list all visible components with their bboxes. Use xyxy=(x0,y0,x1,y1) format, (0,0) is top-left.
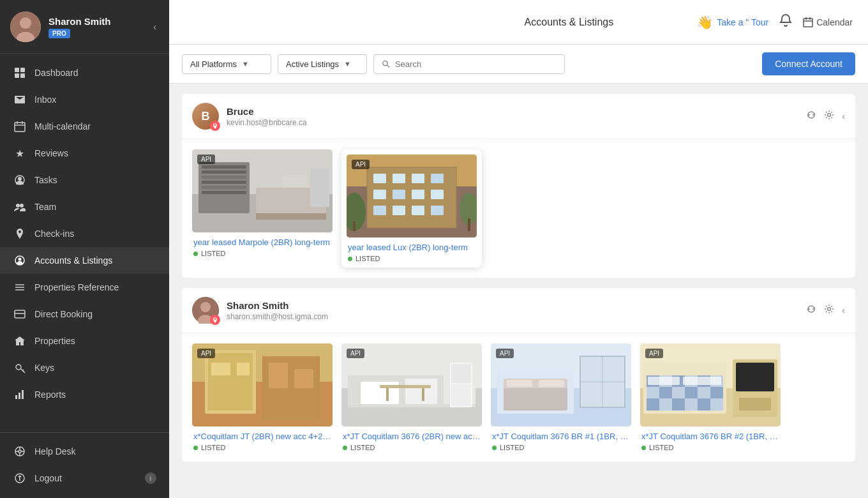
airbnb-badge-sharon xyxy=(210,315,220,325)
page-title: Accounts & Listings xyxy=(441,17,698,28)
svg-rect-69 xyxy=(431,206,444,215)
settings-button-sharon[interactable] xyxy=(824,304,834,317)
airbnb-badge-bruce xyxy=(210,121,220,131)
svg-rect-44 xyxy=(202,165,246,169)
svg-rect-129 xyxy=(672,398,685,411)
team-label: Team xyxy=(34,202,56,212)
calendar-label: Calendar xyxy=(816,17,853,27)
search-icon xyxy=(382,59,390,68)
sidebar-item-logout[interactable]: Logout i xyxy=(0,465,169,492)
search-input[interactable] xyxy=(395,59,557,69)
sidebar-collapse-button[interactable]: ‹ xyxy=(151,19,159,34)
listing-card-lux[interactable]: API xyxy=(341,149,482,268)
svg-rect-68 xyxy=(412,206,424,215)
multi-calendar-label: Multi-calendar xyxy=(34,121,91,132)
platform-chevron-icon: ▼ xyxy=(242,60,249,68)
listing-status-coq3: LISTED xyxy=(491,444,631,451)
sidebar-item-check-ins[interactable]: Check-ins xyxy=(0,220,169,247)
connect-account-button[interactable]: Connect Account xyxy=(762,52,855,75)
svg-rect-93 xyxy=(380,385,431,388)
sidebar-item-help-desk[interactable]: Help Desk xyxy=(0,438,169,465)
status-dot-coq2 xyxy=(343,446,347,450)
svg-rect-51 xyxy=(256,213,326,220)
svg-point-40 xyxy=(828,114,831,117)
calendar-button[interactable]: Calendar xyxy=(803,17,853,27)
sidebar-item-reports[interactable]: Reports xyxy=(0,381,169,408)
keys-label: Keys xyxy=(34,363,54,373)
listing-card-coq1[interactable]: API x*Coquitlam JT xyxy=(192,343,333,451)
listing-image-coq2: API xyxy=(341,343,482,426)
svg-rect-105 xyxy=(539,380,564,387)
status-text-coq2: LISTED xyxy=(350,444,375,451)
listing-title-lux: year leased Lux (2BR) long-term xyxy=(347,243,477,252)
platform-filter[interactable]: All Platforms ▼ xyxy=(182,54,271,74)
account-actions-sharon: ‹ xyxy=(806,304,845,317)
svg-rect-124 xyxy=(685,387,698,398)
sidebar-item-multi-calendar[interactable]: Multi-calendar xyxy=(0,113,169,140)
account-section-sharon: Sharon Smith sharon.smith@host.igma.com … xyxy=(182,288,855,462)
direct-booking-label: Direct Booking xyxy=(34,309,93,319)
api-badge-lux: API xyxy=(352,160,370,169)
svg-rect-49 xyxy=(202,191,246,194)
sidebar-item-keys[interactable]: Keys xyxy=(0,354,169,381)
api-badge-coq1: API xyxy=(197,349,215,358)
svg-rect-81 xyxy=(208,353,253,411)
svg-point-13 xyxy=(16,204,20,207)
listing-status-marpole: LISTED xyxy=(192,250,333,257)
search-box[interactable] xyxy=(373,54,565,74)
user-avatar xyxy=(10,11,41,42)
inbox-label: Inbox xyxy=(34,94,56,105)
sidebar-item-team[interactable]: Team xyxy=(0,193,169,220)
listing-status-coq4: LISTED xyxy=(640,444,781,451)
svg-rect-127 xyxy=(647,398,659,411)
settings-button-bruce[interactable] xyxy=(824,110,834,123)
refresh-button-sharon[interactable] xyxy=(806,304,816,317)
svg-rect-7 xyxy=(15,123,25,132)
listing-status-filter[interactable]: Active Listings ▼ xyxy=(278,54,367,74)
sidebar-item-properties[interactable]: Properties xyxy=(0,328,169,354)
sidebar-bottom: Help Desk Logout i xyxy=(0,432,169,492)
svg-rect-64 xyxy=(412,190,424,199)
account-email-sharon: sharon.smith@host.igma.com xyxy=(227,312,806,321)
calendar-icon xyxy=(13,119,27,133)
listing-card-marpole[interactable]: API xyxy=(192,149,333,268)
user-info: Sharon Smith PRO xyxy=(49,16,151,38)
account-info-bruce: Bruce kevin.host@bnbcare.ca xyxy=(227,106,806,127)
listing-card-coq2[interactable]: API xyxy=(341,343,482,451)
sidebar-item-inbox[interactable]: Inbox xyxy=(0,86,169,113)
svg-point-38 xyxy=(383,61,387,65)
api-badge-coq3: API xyxy=(496,349,514,358)
sidebar-nav: Dashboard Inbox Multi-calendar ★ Reviews… xyxy=(0,54,169,432)
svg-rect-60 xyxy=(412,174,424,183)
svg-rect-136 xyxy=(736,363,774,391)
avatar-image xyxy=(10,11,41,42)
reviews-label: Reviews xyxy=(34,148,68,158)
status-text-coq3: LISTED xyxy=(500,444,525,451)
reports-icon xyxy=(13,388,27,402)
svg-rect-83 xyxy=(237,363,250,375)
status-dot-coq4 xyxy=(641,446,646,450)
tour-button[interactable]: 👋 Take a " Tour xyxy=(697,15,768,30)
status-text-marpole: LISTED xyxy=(201,250,226,257)
logout-info-badge: i xyxy=(145,472,156,484)
sidebar-item-tasks[interactable]: Tasks xyxy=(0,167,169,193)
collapse-button-bruce[interactable]: ‹ xyxy=(842,111,845,121)
listing-card-coq3[interactable]: API xyxy=(491,343,631,451)
reports-label: Reports xyxy=(34,389,66,400)
notifications-button[interactable] xyxy=(779,13,793,31)
sidebar-item-accounts[interactable]: Accounts & Listings xyxy=(0,247,169,274)
api-badge-coq2: API xyxy=(347,349,364,358)
refresh-button-bruce[interactable] xyxy=(806,110,816,123)
svg-rect-85 xyxy=(269,363,288,388)
svg-point-1 xyxy=(20,17,31,29)
main-content: Accounts & Listings 👋 Take a " Tour Cale… xyxy=(169,0,868,498)
sidebar-item-direct-booking[interactable]: Direct Booking xyxy=(0,301,169,328)
collapse-button-sharon[interactable]: ‹ xyxy=(842,305,845,315)
sidebar-item-dashboard[interactable]: Dashboard xyxy=(0,59,169,86)
listing-card-coq4[interactable]: API xyxy=(640,343,781,451)
sidebar-item-properties-ref[interactable]: Properties Reference xyxy=(0,274,169,301)
sidebar-item-reviews[interactable]: ★ Reviews xyxy=(0,140,169,167)
filterbar: All Platforms ▼ Active Listings ▼ Connec… xyxy=(169,45,868,84)
svg-rect-45 xyxy=(202,170,246,174)
listing-image-coq3: API xyxy=(491,343,631,426)
